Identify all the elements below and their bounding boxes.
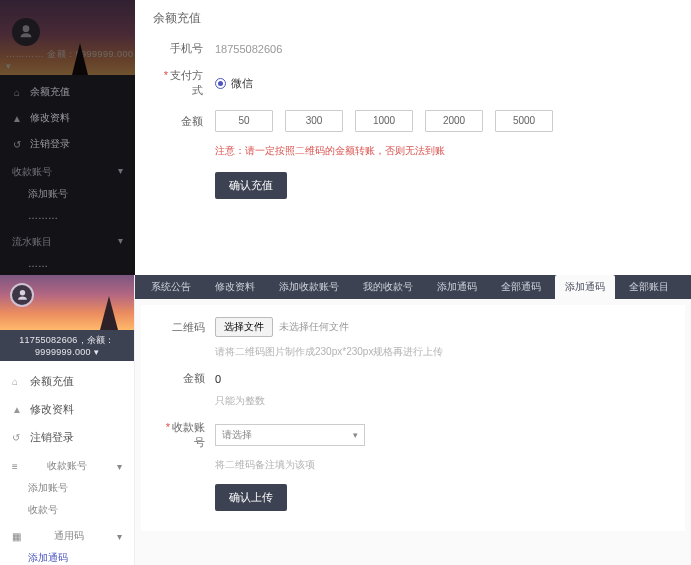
nav-group-accounts[interactable]: 收款账号▾ — [0, 157, 135, 183]
panel-bottom: 11755082606，余额：9999999.000 ▾ ⌂余额充值 ▲修改资料… — [0, 275, 691, 565]
exit-icon: ↺ — [12, 432, 22, 443]
warning-note: 注意：请一定按照二维码的金额转账，否则无法到账 — [215, 144, 673, 158]
nav-add-code[interactable]: 添加通码 — [0, 547, 134, 565]
user-icon: ▲ — [12, 404, 22, 415]
phone-label: 手机号 — [153, 41, 203, 56]
account-select[interactable]: 请选择 ▾ — [215, 424, 365, 446]
nav-group-code[interactable]: ▦通用码▾ — [0, 521, 134, 547]
list-icon: ≡ — [12, 461, 18, 472]
paytype-label: 支付方式 — [153, 68, 203, 98]
nav-add-account[interactable]: 添加账号 — [0, 477, 134, 499]
user-icon — [18, 24, 34, 40]
paytype-value: 微信 — [231, 76, 253, 91]
chevron-down-icon: ▾ — [117, 531, 122, 542]
user-icon — [16, 289, 29, 302]
nav-sub2[interactable]: ……… — [0, 205, 135, 227]
confirm-recharge-button[interactable]: 确认充值 — [215, 172, 287, 199]
nav-recharge[interactable]: ⌂余额充值 — [0, 79, 135, 105]
no-file-text: 未选择任何文件 — [279, 320, 349, 334]
home-icon: ⌂ — [12, 87, 22, 98]
nav-group-flow[interactable]: 流水账目▾ — [0, 227, 135, 253]
amount-option[interactable]: 1000 — [355, 110, 413, 132]
nav-recharge[interactable]: ⌂余额充值 — [0, 367, 134, 395]
panel-top: ………… 金额：9999999.000 ▾ ⌂余额充值 ▲修改资料 ↺注销登录 … — [0, 0, 691, 275]
tab-add-account[interactable]: 添加收款账号 — [269, 275, 349, 299]
nav-group-accounts[interactable]: ≡收款账号▾ — [0, 451, 134, 477]
banner-bottom — [0, 275, 134, 330]
tab-all-flow[interactable]: 全部账目 — [619, 275, 679, 299]
account-select-value: 请选择 — [222, 428, 252, 442]
phone-value: 18755082606 — [215, 43, 282, 55]
confirm-upload-button[interactable]: 确认上传 — [215, 484, 287, 511]
tab-all-code[interactable]: 全部通码 — [491, 275, 551, 299]
account-label: 收款账号 — [155, 420, 205, 450]
sidebar-bottom: 11755082606，余额：9999999.000 ▾ ⌂余额充值 ▲修改资料… — [0, 275, 135, 565]
tab-my-accounts[interactable]: 我的收款号 — [353, 275, 423, 299]
amount-option[interactable]: 5000 — [495, 110, 553, 132]
tag-icon: ▦ — [12, 531, 21, 542]
amount-value: 0 — [215, 373, 221, 385]
tab-add-code2[interactable]: 添加通码 — [555, 275, 615, 299]
amount-option[interactable]: 2000 — [425, 110, 483, 132]
amount-option[interactable]: 50 — [215, 110, 273, 132]
recharge-form: 余额充值 手机号 18755082606 支付方式 微信 金额 50 300 1… — [135, 0, 691, 275]
amount-hint: 只能为整数 — [215, 394, 671, 408]
choose-file-button[interactable]: 选择文件 — [215, 317, 273, 337]
nav-logout[interactable]: ↺注销登录 — [0, 423, 134, 451]
nav-sub3[interactable]: …… — [0, 253, 135, 275]
nav-add-account[interactable]: 添加账号 — [0, 183, 135, 205]
user-icon: ▲ — [12, 113, 22, 124]
nav-profile[interactable]: ▲修改资料 — [0, 395, 134, 423]
chevron-down-icon: ▾ — [117, 461, 122, 472]
upload-form: 二维码 选择文件 未选择任何文件 请将二维码图片制作成230px*230px规格… — [141, 305, 685, 531]
account-hint: 将二维码备注填为该项 — [215, 458, 671, 472]
tab-profile[interactable]: 修改资料 — [205, 275, 265, 299]
sidebar-top: ………… 金额：9999999.000 ▾ ⌂余额充值 ▲修改资料 ↺注销登录 … — [0, 0, 135, 275]
nav-logout[interactable]: ↺注销登录 — [0, 131, 135, 157]
chevron-down-icon: ▾ — [118, 165, 123, 179]
chevron-down-icon: ▾ — [353, 430, 358, 440]
paytype-wechat-radio[interactable]: 微信 — [215, 76, 253, 91]
user-balance-line: ………… 金额：9999999.000 ▾ — [6, 48, 135, 71]
tab-nav: 系统公告 修改资料 添加收款账号 我的收款号 添加通码 全部通码 添加通码 全部… — [135, 275, 691, 299]
avatar — [10, 283, 34, 307]
tab-announce[interactable]: 系统公告 — [141, 275, 201, 299]
avatar — [12, 18, 40, 46]
user-balance-line: 11755082606，余额：9999999.000 ▾ — [0, 330, 134, 361]
amount-option[interactable]: 300 — [285, 110, 343, 132]
content-bottom: 系统公告 修改资料 添加收款账号 我的收款号 添加通码 全部通码 添加通码 全部… — [135, 275, 691, 565]
chevron-down-icon: ▾ — [118, 235, 123, 249]
nav-profile[interactable]: ▲修改资料 — [0, 105, 135, 131]
qr-hint: 请将二维码图片制作成230px*230px规格再进行上传 — [215, 345, 671, 359]
radio-dot-icon — [215, 78, 226, 89]
amount-label: 金额 — [155, 371, 205, 386]
amount-label: 金额 — [153, 114, 203, 129]
page-title: 余额充值 — [153, 10, 673, 27]
tab-add-code[interactable]: 添加通码 — [427, 275, 487, 299]
home-icon: ⌂ — [12, 376, 22, 387]
nav-account-list[interactable]: 收款号 — [0, 499, 134, 521]
exit-icon: ↺ — [12, 139, 22, 150]
banner-top: ………… 金额：9999999.000 ▾ — [0, 0, 135, 75]
qr-label: 二维码 — [155, 320, 205, 335]
